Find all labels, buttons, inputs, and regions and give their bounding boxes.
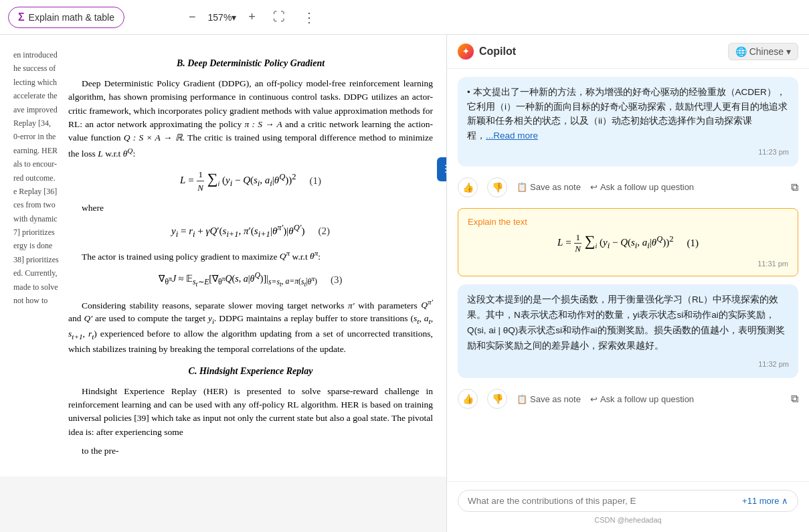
her-paragraph: Hindsight Experience Replay (HER) is pre… xyxy=(68,385,433,439)
actor-paragraph: The actor is trained using policy gradie… xyxy=(68,248,433,264)
msg2-time: 11:32 pm xyxy=(467,358,789,371)
msg1-time: 11:23 pm xyxy=(467,147,789,159)
explain-quote-box: Explain the text L = 1 N ∑i (yi − Q(si, … xyxy=(458,208,798,276)
copy-button-1[interactable]: ⧉ xyxy=(791,181,798,193)
right-main: B. Deep Deterministic Policy Gradient De… xyxy=(68,48,433,463)
expand-button[interactable]: ⛶ xyxy=(268,7,290,27)
where-text: where xyxy=(82,201,433,215)
eq3-label: (3) xyxy=(331,272,343,288)
save-note-link-2[interactable]: 📋 Save as note xyxy=(517,394,581,404)
explain-math-table-button[interactable]: Σ Explain math & table xyxy=(8,7,124,28)
chevron-up-icon: ∧ xyxy=(782,496,788,506)
lang-chevron-icon: ▾ xyxy=(786,46,791,57)
msg2-text: 这段文本提到的是一个损失函数，用于衡量强化学习（RL）中环境探索的效果。其中，N… xyxy=(467,294,785,351)
msg1-bullet: • 本文提出了一种新的方法，称为增强的好奇心驱动的经验重放（ACDER），它利用… xyxy=(467,85,789,143)
footer-text: CSDN @hehedadaq xyxy=(458,516,798,524)
globe-icon: 🌐 xyxy=(735,46,747,57)
toolbar-left: Σ Explain math & table xyxy=(8,7,124,28)
pdf-content: en introduced he success of lecting whic… xyxy=(0,35,446,476)
toolbar: Σ Explain math & table − 157%▾ + ⛶ ⋮ xyxy=(0,0,809,35)
ddpg-paragraph: Deep Deterministic Policy Gradient (DDPG… xyxy=(68,77,433,161)
two-col-layout: en introduced he success of lecting whic… xyxy=(13,48,433,463)
more-options-button[interactable]: ⋮ xyxy=(297,7,321,28)
copilot-title: ✦ Copilot xyxy=(458,43,516,60)
input-row: +11 more ∧ xyxy=(458,490,798,512)
eq1-label: (1) xyxy=(309,173,321,189)
pdf-panel: en introduced he success of lecting whic… xyxy=(0,35,447,532)
save-icon-1: 📋 xyxy=(517,182,527,192)
save-note-link-1[interactable]: 📋 Save as note xyxy=(517,182,581,192)
zoom-level: 157%▾ xyxy=(208,12,237,23)
copy-button-2[interactable]: ⧉ xyxy=(791,393,798,405)
save-icon-2: 📋 xyxy=(517,394,527,404)
section-c-title: C. Hindsight Experience Replay xyxy=(68,364,433,378)
more-count-button[interactable]: +11 more ∧ xyxy=(742,496,788,506)
zoom-in-button[interactable]: + xyxy=(243,7,261,27)
like-button-2[interactable]: 👍 xyxy=(458,389,478,409)
like-button-1[interactable]: 👍 xyxy=(458,177,478,197)
copilot-title-text: Copilot xyxy=(479,46,516,58)
assistant-message-1: • 本文提出了一种新的方法，称为增强的好奇心驱动的经验重放（ACDER），它利用… xyxy=(458,77,798,167)
her-paragraph-2: to the pre- xyxy=(68,444,433,458)
msg1-actions: 👍 👎 📋 Save as note ↩ Ask a follow up que… xyxy=(458,175,798,200)
copilot-header: ✦ Copilot 🌐 Chinese ▾ xyxy=(447,35,809,69)
quote-eq-label: (1) xyxy=(687,238,699,249)
highlight-indicator[interactable]: ☰ xyxy=(437,157,447,181)
left-margin-text: en introduced he success of lecting whic… xyxy=(13,48,68,463)
reply-icon-1: ↩ xyxy=(590,182,598,192)
stability-paragraph: Considering stability reasons, separate … xyxy=(68,296,433,356)
eq2-label: (2) xyxy=(318,224,330,239)
explain-box-time: 11:31 pm xyxy=(468,260,788,268)
equation-3: ∇θπJ ≈ 𝔼st∼E[∇θπQ(s, a|θQ)]|s=st, a=π(st… xyxy=(68,270,433,289)
chat-area: • 本文提出了一种新的方法，称为增强的好奇心驱动的经验重放（ACDER），它利用… xyxy=(447,69,809,481)
sigma-icon: Σ xyxy=(18,11,25,23)
equation-2: yi = ri + γQ′(si+1, π′(si+1|θπ′)|θQ′) (2… xyxy=(68,221,433,241)
assistant-message-2: 这段文本提到的是一个损失函数，用于衡量强化学习（RL）中环境探索的效果。其中，N… xyxy=(458,284,798,378)
accelerate-text: accelerate the xyxy=(13,89,63,102)
and-text: and xyxy=(68,313,82,323)
toolbar-center: − 157%▾ + ⛶ ⋮ xyxy=(183,7,321,28)
chat-input-area: +11 more ∧ CSDN @hehedadaq xyxy=(447,481,809,532)
msg2-actions: 👍 👎 📋 Save as note ↩ Ask a follow up que… xyxy=(458,386,798,412)
dislike-button-2[interactable]: 👎 xyxy=(487,389,507,409)
equation-1: L = 1 N ∑i (yi − Q(si, ai|θQ))2 (1) xyxy=(68,167,433,195)
quoted-equation: L = 1 N ∑i (yi − Q(si, ai|θQ))2 (1) xyxy=(468,232,788,254)
language-label: Chinese xyxy=(749,46,784,57)
follow-up-link-1[interactable]: ↩ Ask a follow up question xyxy=(590,182,694,192)
copilot-logo-icon: ✦ xyxy=(458,43,474,60)
dislike-button-1[interactable]: 👎 xyxy=(487,177,507,197)
follow-up-link-2[interactable]: ↩ Ask a follow up question xyxy=(590,394,694,404)
read-more-link[interactable]: ...Read more xyxy=(486,130,538,141)
zoom-out-button[interactable]: − xyxy=(183,7,201,27)
section-b-content: Deep Deterministic Policy Gradient (DDPG… xyxy=(68,77,433,356)
reply-icon-2: ↩ xyxy=(590,394,598,404)
language-selector-button[interactable]: 🌐 Chinese ▾ xyxy=(728,43,798,60)
with-parameters-text: with parameters xyxy=(358,300,418,310)
chat-input-field[interactable] xyxy=(468,496,737,506)
main-area: en introduced he success of lecting whic… xyxy=(0,35,809,532)
section-b-title: B. Deep Deterministic Policy Gradient xyxy=(68,56,433,70)
copilot-panel: ✦ Copilot 🌐 Chinese ▾ • 本文提出了一种新的方法，称为增强… xyxy=(447,35,809,532)
explain-btn-label: Explain math & table xyxy=(29,12,114,23)
explain-quote-title: Explain the text xyxy=(468,217,788,227)
